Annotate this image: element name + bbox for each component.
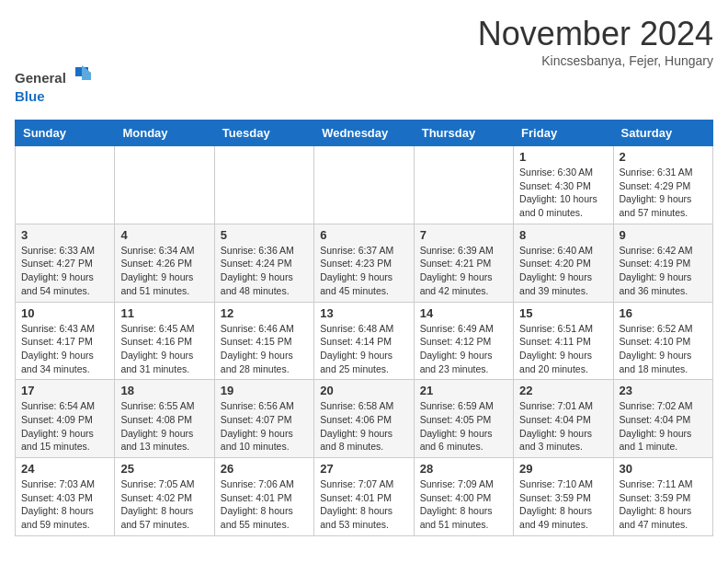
day-number: 9 [620, 228, 707, 242]
day-number: 2 [620, 150, 707, 164]
day-number: 1 [519, 150, 607, 164]
page-header: General Blue November 2024 Kincsesbanya,… [15, 15, 713, 109]
day-info: Sunrise: 7:10 AMSunset: 3:59 PMDaylight:… [519, 477, 607, 532]
day-info: Sunrise: 6:33 AMSunset: 4:27 PMDaylight:… [21, 244, 108, 298]
day-cell: 4Sunrise: 6:34 AMSunset: 4:26 PMDaylight… [115, 224, 214, 302]
month-title: November 2024 [478, 15, 713, 53]
day-cell: 28Sunrise: 7:09 AMSunset: 4:00 PMDayligh… [414, 458, 513, 536]
weekday-header-friday: Friday [514, 121, 613, 146]
day-number: 7 [420, 228, 507, 242]
day-cell: 24Sunrise: 7:03 AMSunset: 4:03 PMDayligh… [16, 458, 115, 536]
day-info: Sunrise: 6:37 AMSunset: 4:23 PMDaylight:… [320, 244, 407, 298]
day-cell: 1Sunrise: 6:30 AMSunset: 4:30 PMDaylight… [514, 146, 613, 224]
svg-text:General: General [15, 70, 66, 86]
week-row-2: 3Sunrise: 6:33 AMSunset: 4:27 PMDaylight… [16, 224, 713, 302]
day-info: Sunrise: 6:55 AMSunset: 4:08 PMDaylight:… [120, 399, 208, 454]
day-cell [115, 146, 214, 224]
day-cell: 30Sunrise: 7:11 AMSunset: 3:59 PMDayligh… [613, 458, 712, 536]
day-info: Sunrise: 7:03 AMSunset: 4:03 PMDaylight:… [21, 477, 108, 532]
day-cell: 13Sunrise: 6:48 AMSunset: 4:14 PMDayligh… [314, 302, 414, 380]
day-info: Sunrise: 7:07 AMSunset: 4:01 PMDaylight:… [320, 477, 407, 532]
day-info: Sunrise: 6:51 AMSunset: 4:11 PMDaylight:… [519, 322, 607, 376]
weekday-header-wednesday: Wednesday [314, 121, 414, 146]
day-cell: 12Sunrise: 6:46 AMSunset: 4:15 PMDayligh… [214, 302, 313, 380]
day-cell: 27Sunrise: 7:07 AMSunset: 4:01 PMDayligh… [314, 458, 414, 536]
day-number: 27 [320, 462, 407, 476]
day-number: 10 [21, 306, 108, 320]
week-row-4: 17Sunrise: 6:54 AMSunset: 4:09 PMDayligh… [16, 380, 713, 458]
day-number: 16 [620, 306, 707, 320]
day-number: 11 [120, 306, 208, 320]
day-info: Sunrise: 6:30 AMSunset: 4:30 PMDaylight:… [519, 166, 607, 220]
day-number: 18 [120, 384, 208, 397]
day-info: Sunrise: 6:48 AMSunset: 4:14 PMDaylight:… [320, 322, 407, 376]
day-number: 28 [420, 462, 507, 476]
day-info: Sunrise: 6:31 AMSunset: 4:29 PMDaylight:… [620, 166, 707, 220]
day-cell: 29Sunrise: 7:10 AMSunset: 3:59 PMDayligh… [514, 458, 613, 536]
location: Kincsesbanya, Fejer, Hungary [478, 53, 713, 68]
svg-text:Blue: Blue [15, 88, 45, 104]
day-number: 3 [21, 228, 108, 242]
weekday-header-tuesday: Tuesday [214, 121, 313, 146]
day-cell: 8Sunrise: 6:40 AMSunset: 4:20 PMDaylight… [514, 224, 613, 302]
day-info: Sunrise: 6:56 AMSunset: 4:07 PMDaylight:… [221, 399, 308, 454]
day-info: Sunrise: 6:39 AMSunset: 4:21 PMDaylight:… [420, 244, 507, 298]
day-info: Sunrise: 7:02 AMSunset: 4:04 PMDaylight:… [620, 399, 707, 454]
day-number: 26 [221, 462, 308, 476]
day-info: Sunrise: 6:59 AMSunset: 4:05 PMDaylight:… [420, 399, 507, 454]
day-number: 14 [420, 306, 507, 320]
day-cell: 25Sunrise: 7:05 AMSunset: 4:02 PMDayligh… [115, 458, 214, 536]
day-cell: 14Sunrise: 6:49 AMSunset: 4:12 PMDayligh… [414, 302, 513, 380]
day-info: Sunrise: 7:09 AMSunset: 4:00 PMDaylight:… [420, 477, 507, 532]
day-info: Sunrise: 6:46 AMSunset: 4:15 PMDaylight:… [221, 322, 308, 376]
calendar-table: SundayMondayTuesdayWednesdayThursdayFrid… [15, 120, 713, 536]
day-cell: 7Sunrise: 6:39 AMSunset: 4:21 PMDaylight… [414, 224, 513, 302]
day-cell: 6Sunrise: 6:37 AMSunset: 4:23 PMDaylight… [314, 224, 414, 302]
weekday-header-thursday: Thursday [414, 121, 513, 146]
day-cell: 3Sunrise: 6:33 AMSunset: 4:27 PMDaylight… [16, 224, 115, 302]
day-number: 21 [420, 384, 507, 397]
day-info: Sunrise: 6:52 AMSunset: 4:10 PMDaylight:… [620, 322, 707, 376]
day-cell: 19Sunrise: 6:56 AMSunset: 4:07 PMDayligh… [214, 380, 313, 458]
day-number: 13 [320, 306, 407, 320]
day-cell: 10Sunrise: 6:43 AMSunset: 4:17 PMDayligh… [16, 302, 115, 380]
day-info: Sunrise: 6:49 AMSunset: 4:12 PMDaylight:… [420, 322, 507, 376]
day-cell: 16Sunrise: 6:52 AMSunset: 4:10 PMDayligh… [613, 302, 712, 380]
day-number: 19 [221, 384, 308, 397]
day-number: 12 [221, 306, 308, 320]
day-info: Sunrise: 7:06 AMSunset: 4:01 PMDaylight:… [221, 477, 308, 532]
day-cell: 21Sunrise: 6:59 AMSunset: 4:05 PMDayligh… [414, 380, 513, 458]
day-cell: 15Sunrise: 6:51 AMSunset: 4:11 PMDayligh… [514, 302, 613, 380]
day-number: 15 [519, 306, 607, 320]
weekday-header-saturday: Saturday [613, 121, 712, 146]
day-cell: 26Sunrise: 7:06 AMSunset: 4:01 PMDayligh… [214, 458, 313, 536]
day-info: Sunrise: 6:34 AMSunset: 4:26 PMDaylight:… [120, 244, 208, 298]
day-number: 8 [519, 228, 607, 242]
day-info: Sunrise: 7:11 AMSunset: 3:59 PMDaylight:… [620, 477, 707, 532]
day-cell [314, 146, 414, 224]
week-row-1: 1Sunrise: 6:30 AMSunset: 4:30 PMDaylight… [16, 146, 713, 224]
day-cell: 9Sunrise: 6:42 AMSunset: 4:19 PMDaylight… [613, 224, 712, 302]
week-row-3: 10Sunrise: 6:43 AMSunset: 4:17 PMDayligh… [16, 302, 713, 380]
day-info: Sunrise: 6:42 AMSunset: 4:19 PMDaylight:… [620, 244, 707, 298]
day-cell: 22Sunrise: 7:01 AMSunset: 4:04 PMDayligh… [514, 380, 613, 458]
day-number: 17 [21, 384, 108, 397]
day-number: 23 [620, 384, 707, 397]
day-number: 29 [519, 462, 607, 476]
weekday-header-sunday: Sunday [16, 121, 115, 146]
day-info: Sunrise: 6:54 AMSunset: 4:09 PMDaylight:… [21, 399, 108, 454]
day-number: 22 [519, 384, 607, 397]
day-number: 30 [620, 462, 707, 476]
day-cell: 23Sunrise: 7:02 AMSunset: 4:04 PMDayligh… [613, 380, 712, 458]
day-number: 6 [320, 228, 407, 242]
day-info: Sunrise: 6:36 AMSunset: 4:24 PMDaylight:… [221, 244, 308, 298]
day-cell: 20Sunrise: 6:58 AMSunset: 4:06 PMDayligh… [314, 380, 414, 458]
day-cell: 5Sunrise: 6:36 AMSunset: 4:24 PMDaylight… [214, 224, 313, 302]
weekday-header-row: SundayMondayTuesdayWednesdayThursdayFrid… [16, 121, 713, 146]
day-cell [16, 146, 115, 224]
day-info: Sunrise: 6:40 AMSunset: 4:20 PMDaylight:… [519, 244, 607, 298]
day-cell: 18Sunrise: 6:55 AMSunset: 4:08 PMDayligh… [115, 380, 214, 458]
day-info: Sunrise: 7:01 AMSunset: 4:04 PMDaylight:… [519, 399, 607, 454]
day-info: Sunrise: 6:45 AMSunset: 4:16 PMDaylight:… [120, 322, 208, 376]
full-logo: General Blue [15, 64, 97, 109]
